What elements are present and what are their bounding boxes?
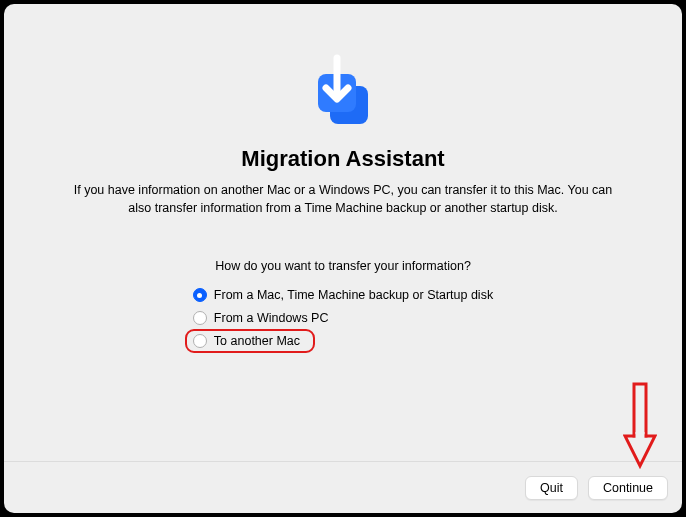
option-label: From a Windows PC	[214, 311, 329, 325]
option-from-windows-pc[interactable]: From a Windows PC	[191, 310, 331, 326]
radio-selected-icon	[193, 288, 207, 302]
option-from-mac[interactable]: From a Mac, Time Machine backup or Start…	[191, 287, 495, 303]
content-area: Migration Assistant If you have informat…	[4, 4, 682, 461]
transfer-options: From a Mac, Time Machine backup or Start…	[191, 287, 495, 349]
radio-icon	[193, 334, 207, 348]
option-label: To another Mac	[214, 334, 300, 348]
quit-button[interactable]: Quit	[525, 476, 578, 500]
page-description: If you have information on another Mac o…	[43, 182, 643, 217]
option-to-another-mac[interactable]: To another Mac	[191, 333, 302, 349]
radio-icon	[193, 311, 207, 325]
migration-assistant-window: Migration Assistant If you have informat…	[4, 4, 682, 513]
option-label: From a Mac, Time Machine backup or Start…	[214, 288, 493, 302]
page-title: Migration Assistant	[241, 146, 444, 172]
migration-download-icon	[304, 52, 382, 130]
transfer-prompt: How do you want to transfer your informa…	[215, 259, 471, 273]
footer-bar: Quit Continue	[4, 461, 682, 513]
continue-button[interactable]: Continue	[588, 476, 668, 500]
